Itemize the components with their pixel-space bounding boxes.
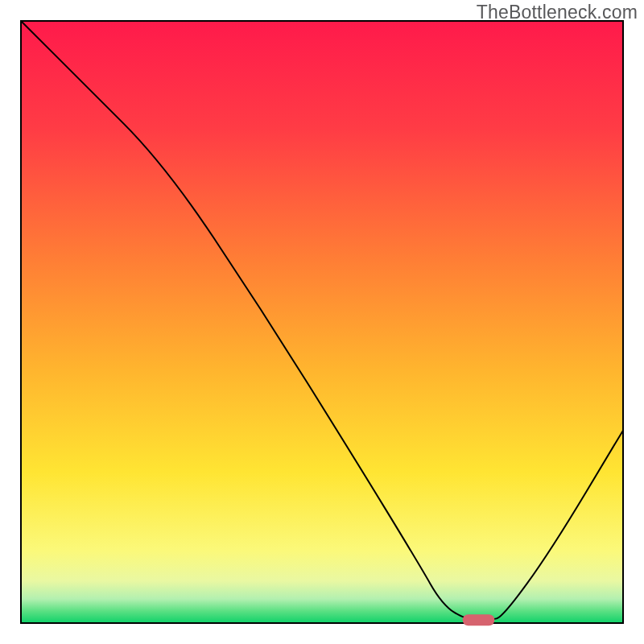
- chart-container: TheBottleneck.com: [0, 0, 644, 644]
- bottleneck-chart: [0, 0, 644, 644]
- optimal-marker: [463, 614, 495, 625]
- watermark-text: TheBottleneck.com: [477, 2, 638, 23]
